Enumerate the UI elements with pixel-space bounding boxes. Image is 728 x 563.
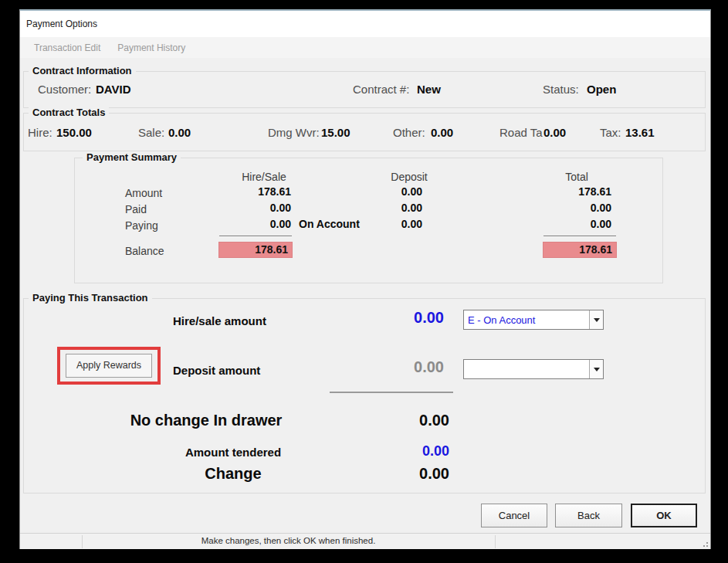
payment-options-window: Payment Options Transaction Edit Payment… (19, 9, 711, 549)
column-total: Total (538, 171, 615, 183)
paying-hire-sale: 0.00 (214, 218, 291, 230)
paying-deposit: 0.00 (345, 218, 422, 230)
deposit-method-dropdown[interactable] (463, 359, 604, 379)
paying-total: 0.00 (534, 218, 611, 230)
no-change-label: No change In drawer (52, 412, 361, 429)
paying-this-transaction-title: Paying This Transaction (29, 292, 152, 304)
balance-hire-sale-highlight: 178.61 (218, 242, 293, 258)
sale-value: 0.00 (168, 126, 191, 139)
payment-summary-group: Payment Summary Hire/Sale Deposit Total … (74, 158, 663, 283)
chevron-down-icon (594, 318, 600, 322)
hire-sale-subtotal-line (219, 236, 292, 237)
other-label: Other: (393, 126, 425, 139)
paid-row-label: Paid (125, 203, 147, 215)
total-subtotal-line (543, 236, 616, 237)
status-label: Status: (543, 83, 579, 96)
paid-deposit: 0.00 (345, 202, 422, 214)
balance-row-label: Balance (125, 245, 164, 257)
back-button[interactable]: Back (555, 504, 622, 527)
column-deposit: Deposit (371, 171, 448, 183)
hire-label: Hire: (28, 126, 52, 139)
ok-button[interactable]: OK (631, 504, 697, 527)
deposit-amount-label: Deposit amount (173, 364, 260, 377)
tax-label: Tax: (600, 126, 621, 139)
deposit-amount-value[interactable]: 0.00 (367, 358, 444, 376)
road-tax-label: Road Ta (499, 126, 543, 139)
amount-row-label: Amount (125, 187, 162, 199)
contract-number-value: New (417, 83, 441, 96)
balance-total-highlight: 178.61 (543, 242, 617, 258)
no-change-value: 0.00 (372, 412, 449, 429)
column-hire-sale: Hire/Sale (225, 171, 303, 183)
contract-number-label: Contract #: (353, 83, 409, 96)
dmg-wvr-label: Dmg Wvr: (268, 126, 320, 139)
status-message: Make changes, then click OK when finishe… (82, 536, 495, 545)
amount-total: 178.61 (534, 185, 611, 198)
contract-information-title: Contract Information (29, 65, 136, 76)
hire-sale-amount-value[interactable]: 0.00 (367, 309, 444, 327)
status-value: Open (587, 83, 616, 96)
change-label: Change (90, 465, 376, 483)
amount-tendered-value[interactable]: 0.00 (374, 443, 449, 460)
deposit-method-dropdown-button[interactable] (589, 360, 603, 378)
hire-sale-method-dropdown-button[interactable] (589, 310, 603, 329)
deposit-underline (330, 392, 453, 393)
amount-deposit: 0.00 (345, 185, 422, 198)
title-bar: Payment Options (20, 11, 710, 37)
apply-rewards-button[interactable]: Apply Rewards (66, 354, 152, 378)
paying-row-label: Paying (125, 219, 158, 232)
amount-hire-sale: 178.61 (214, 185, 291, 198)
status-bar: Make changes, then click OK when finishe… (20, 533, 710, 549)
other-value: 0.00 (431, 126, 453, 139)
hire-sale-method-dropdown[interactable]: E - On Account (463, 310, 604, 330)
paying-this-transaction-group: Paying This Transaction Hire/sale amount… (23, 298, 706, 493)
hire-value: 150.00 (56, 126, 92, 139)
status-separator (495, 535, 496, 548)
change-value: 0.00 (372, 465, 449, 483)
hire-sale-amount-label: Hire/sale amount (173, 314, 266, 327)
window-title: Payment Options (26, 19, 97, 29)
road-tax-value: 0.00 (543, 126, 566, 139)
resize-grip-icon[interactable] (701, 540, 709, 548)
cancel-button[interactable]: Cancel (481, 504, 547, 527)
sale-label: Sale: (138, 126, 164, 139)
hire-sale-method-value: E - On Account (464, 314, 589, 326)
menu-payment-history[interactable]: Payment History (114, 41, 188, 55)
customer-label: Customer: (38, 83, 91, 96)
contract-totals-title: Contract Totals (29, 107, 109, 118)
paid-hire-sale: 0.00 (214, 202, 291, 214)
menu-transaction-edit[interactable]: Transaction Edit (31, 41, 103, 55)
contract-information-group: Contract Information Customer: DAVID Con… (23, 71, 706, 108)
tax-value: 13.61 (625, 126, 655, 139)
menu-bar: Transaction Edit Payment History (20, 37, 710, 58)
payment-summary-title: Payment Summary (83, 151, 181, 163)
customer-value: DAVID (96, 83, 131, 96)
contract-totals-group: Contract Totals Hire: 150.00 Sale: 0.00 … (23, 113, 706, 151)
chevron-down-icon (594, 368, 600, 371)
paid-total: 0.00 (534, 202, 611, 214)
amount-tendered-label: Amount tendered (90, 446, 376, 459)
dmg-wvr-value: 15.00 (321, 126, 350, 139)
